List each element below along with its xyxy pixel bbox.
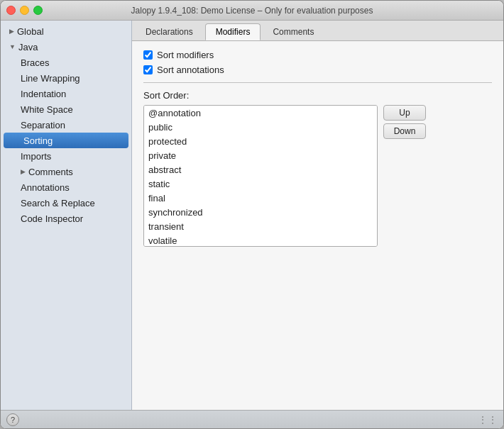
sidebar-item-label: White Space: [21, 104, 73, 115]
main-content: ▶Global▼JavaBracesLine WrappingIndentati…: [1, 21, 503, 410]
sidebar-item-label: Java: [18, 42, 38, 52]
sort-buttons: Up Down: [383, 105, 426, 139]
divider: [143, 82, 492, 83]
maximize-button[interactable]: [33, 6, 43, 15]
sidebar-item-java[interactable]: ▼Java: [1, 39, 131, 55]
help-button[interactable]: ?: [6, 413, 19, 426]
window-title: Jalopy 1.9.4_108: Demo License – Only fo…: [131, 6, 373, 16]
list-item[interactable]: static: [144, 177, 377, 191]
list-item[interactable]: @annotation: [144, 106, 377, 120]
sidebar-item-indentation[interactable]: Indentation: [1, 86, 131, 101]
sidebar-item-annotations[interactable]: Annotations: [1, 179, 131, 195]
sidebar-item-label: Indentation: [21, 89, 66, 99]
resize-handle[interactable]: ⋮⋮: [478, 414, 498, 425]
sort-order-list[interactable]: @annotationpublicprotectedprivateabstrac…: [143, 105, 378, 247]
sidebar-item-comments[interactable]: ▶Comments: [1, 164, 131, 179]
window-controls: [6, 6, 43, 15]
sort-order-container: @annotationpublicprotectedprivateabstrac…: [143, 105, 492, 247]
close-button[interactable]: [6, 6, 16, 15]
sidebar-item-label: Braces: [21, 57, 49, 68]
sidebar-item-line-wrapping[interactable]: Line Wrapping: [1, 70, 131, 86]
sidebar-item-label: Comments: [28, 167, 73, 177]
sort-modifiers-label: Sort modifiers: [157, 50, 214, 60]
tab-comments[interactable]: Comments: [262, 23, 324, 40]
sort-annotations-label: Sort annotations: [157, 65, 224, 75]
sidebar-item-sorting[interactable]: Sorting: [4, 133, 128, 148]
tab-modifiers[interactable]: Modifiers: [205, 23, 261, 40]
sidebar-item-label: Annotations: [21, 182, 70, 193]
content-area: Sort modifiers Sort annotations Sort Ord…: [132, 41, 503, 410]
sort-modifiers-row: Sort modifiers: [143, 50, 492, 60]
list-item[interactable]: volatile: [144, 233, 377, 247]
main-window: Jalopy 1.9.4_108: Demo License – Only fo…: [0, 0, 504, 429]
down-button[interactable]: Down: [383, 123, 426, 139]
sidebar-item-code-inspector[interactable]: Code Inspector: [1, 211, 131, 226]
sidebar-item-global[interactable]: ▶Global: [1, 23, 131, 39]
sort-order-label: Sort Order:: [143, 90, 492, 101]
list-item[interactable]: final: [144, 191, 377, 205]
sidebar-item-label: Line Wrapping: [21, 73, 80, 84]
expand-icon: ▶: [21, 168, 26, 175]
sidebar-item-separation[interactable]: Separation: [1, 117, 131, 133]
bottom-bar: ? ⋮⋮: [1, 410, 503, 428]
title-bar: Jalopy 1.9.4_108: Demo License – Only fo…: [1, 1, 503, 21]
sidebar-item-label: Code Inspector: [21, 213, 83, 224]
sidebar-item-label: Search & Replace: [21, 198, 95, 208]
list-item[interactable]: protected: [144, 134, 377, 148]
sidebar-item-label: Separation: [21, 120, 65, 130]
expand-icon: ▶: [9, 28, 14, 35]
list-item[interactable]: synchronized: [144, 205, 377, 219]
sidebar-item-white-space[interactable]: White Space: [1, 101, 131, 117]
sidebar-item-search-replace[interactable]: Search & Replace: [1, 195, 131, 211]
list-item[interactable]: private: [144, 148, 377, 162]
sidebar-item-label: Sorting: [23, 135, 53, 146]
list-item[interactable]: public: [144, 120, 377, 134]
expand-icon: ▼: [9, 43, 16, 50]
list-item[interactable]: abstract: [144, 162, 377, 177]
sidebar-item-imports[interactable]: Imports: [1, 148, 131, 164]
sidebar-item-braces[interactable]: Braces: [1, 55, 131, 70]
tabs-bar: DeclarationsModifiersComments: [132, 21, 503, 41]
sort-modifiers-checkbox[interactable]: [143, 50, 153, 60]
sidebar-item-label: Imports: [21, 151, 51, 162]
sidebar-item-label: Global: [17, 26, 44, 37]
sort-annotations-row: Sort annotations: [143, 65, 492, 75]
sort-annotations-checkbox[interactable]: [143, 65, 153, 74]
sidebar: ▶Global▼JavaBracesLine WrappingIndentati…: [1, 21, 132, 410]
list-item[interactable]: transient: [144, 219, 377, 233]
minimize-button[interactable]: [20, 6, 29, 15]
right-panel: DeclarationsModifiersComments Sort modif…: [132, 21, 503, 410]
tab-declarations[interactable]: Declarations: [135, 23, 204, 40]
up-button[interactable]: Up: [383, 105, 426, 121]
